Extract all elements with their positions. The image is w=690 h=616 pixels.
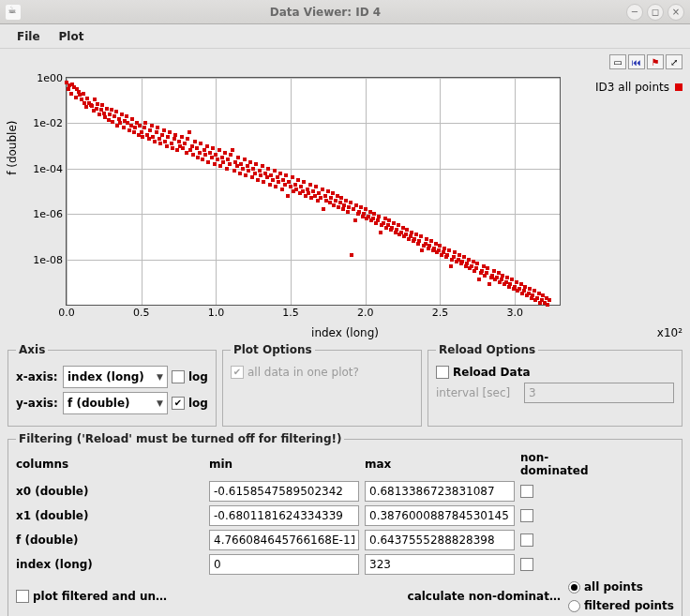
all-data-checkbox <box>231 366 244 379</box>
filter-max-input[interactable] <box>365 505 515 526</box>
filtering-fieldset: Filtering ('Reload' must be turned off f… <box>8 432 682 616</box>
menubar: File Plot <box>0 24 690 49</box>
x-tick-label: 0.0 <box>58 305 75 319</box>
chevron-down-icon: ▼ <box>157 372 163 382</box>
filter-min-input[interactable] <box>209 554 359 575</box>
chart-y-axis-label: f (double) <box>6 121 19 175</box>
filtering-legend: Filtering ('Reload' must be turned off f… <box>16 432 344 445</box>
reload-data-checkbox[interactable] <box>436 366 449 379</box>
window-titlebar: Data Viewer: ID 4 − ◻ × <box>0 0 690 24</box>
y-tick-label: 1e00 <box>37 72 67 84</box>
x-tick-label: 0.5 <box>133 305 150 319</box>
interval-input <box>524 383 674 403</box>
radio-all-points[interactable] <box>568 581 580 593</box>
menu-file[interactable]: File <box>8 26 50 47</box>
x-log-label: log <box>188 370 208 383</box>
chart-x-axis-label: index (long) <box>311 326 379 339</box>
window-title: Data Viewer: ID 4 <box>28 6 622 19</box>
y-tick-label: 1e-06 <box>33 208 67 220</box>
x-log-checkbox[interactable] <box>172 370 185 383</box>
filter-min-input[interactable] <box>209 505 359 526</box>
filter-grid: columns min max non-dominated x0 (double… <box>16 451 674 575</box>
y-axis-label: y-axis: <box>16 397 59 410</box>
filter-nondom-checkbox[interactable] <box>520 485 533 498</box>
filter-column-name: index (long) <box>16 558 203 571</box>
x-tick-label: 2.0 <box>357 305 374 319</box>
radio-filtered-points-label: filtered points <box>584 599 674 612</box>
axis-legend: Axis <box>16 343 48 356</box>
filter-header-max: max <box>365 458 515 471</box>
y-tick-label: 1e-08 <box>33 253 67 265</box>
filter-nondom-checkbox[interactable] <box>520 509 533 522</box>
reload-options-legend: Reload Options <box>436 343 538 356</box>
filter-max-input[interactable] <box>365 481 515 502</box>
x-axis-select-value: index (long) <box>68 370 144 383</box>
radio-all-points-label: all points <box>584 580 643 593</box>
plot-filtered-checkbox[interactable] <box>16 590 29 603</box>
window-close-button[interactable]: × <box>668 4 684 21</box>
filter-min-input[interactable] <box>209 530 359 550</box>
filter-column-name: x0 (double) <box>16 485 203 498</box>
chart-legend: ID3 all points <box>595 81 682 94</box>
x-tick-label: 2.5 <box>432 305 449 319</box>
interval-label: interval [sec] <box>436 386 520 399</box>
filter-column-name: f (double) <box>16 533 203 547</box>
plot-options-fieldset: Plot Options all data in one plot? <box>222 343 422 427</box>
y-axis-select-value: f (double) <box>68 397 130 410</box>
x-tick-label: 1.0 <box>208 305 225 319</box>
chevron-down-icon: ▼ <box>157 398 163 408</box>
filter-column-name: x1 (double) <box>16 509 203 522</box>
x-tick-label: 1.5 <box>282 305 299 319</box>
filter-header-columns: columns <box>16 458 203 471</box>
y-axis-select[interactable]: f (double) ▼ <box>63 392 168 414</box>
chart-x-multiplier: x10² <box>657 326 682 339</box>
expand-icon[interactable]: ⤢ <box>666 54 682 69</box>
all-data-label: all data in one plot? <box>248 366 359 379</box>
reload-options-fieldset: Reload Options Reload Data interval [sec… <box>428 343 682 427</box>
filter-nondom-checkbox[interactable] <box>520 533 533 547</box>
y-log-checkbox[interactable] <box>172 397 185 410</box>
filter-header-min: min <box>209 458 359 471</box>
legend-entry-label: ID3 all points <box>595 81 669 94</box>
plot-filtered-label: plot filtered and un… <box>33 590 167 603</box>
reload-data-label: Reload Data <box>453 366 531 379</box>
axis-fieldset: Axis x-axis: index (long) ▼ log y-axis: … <box>8 343 217 427</box>
filter-header-nondom: non-dominated <box>520 451 595 477</box>
rewind-icon[interactable]: ⏮ <box>628 54 645 69</box>
y-log-label: log <box>188 397 208 410</box>
radio-filtered-points[interactable] <box>568 600 580 612</box>
save-icon[interactable]: ▭ <box>609 54 626 69</box>
x-axis-select[interactable]: index (long) ▼ <box>63 366 168 388</box>
filter-min-input[interactable] <box>209 481 359 502</box>
java-icon <box>6 5 21 20</box>
window-maximize-button[interactable]: ◻ <box>647 4 664 21</box>
window-minimize-button[interactable]: − <box>626 4 643 21</box>
chart-plot-area[interactable]: 0.00.51.01.52.02.53.01e001e-021e-041e-06… <box>66 77 561 306</box>
legend-swatch-icon <box>675 83 682 91</box>
x-tick-label: 3.0 <box>506 305 523 319</box>
pin-icon[interactable]: ⚑ <box>647 54 664 69</box>
plot-options-legend: Plot Options <box>231 343 315 356</box>
calc-nondom-label: calculate non-dominat… <box>408 590 561 603</box>
chart-toolbar: ▭ ⏮ ⚑ ⤢ <box>8 54 682 69</box>
y-tick-label: 1e-04 <box>33 162 67 174</box>
filter-max-input[interactable] <box>365 530 515 550</box>
menu-plot[interactable]: Plot <box>50 26 94 47</box>
x-axis-label: x-axis: <box>16 370 59 383</box>
scatter-chart[interactable]: f (double) 0.00.51.01.52.02.53.01e001e-0… <box>8 71 682 334</box>
filter-nondom-checkbox[interactable] <box>520 558 533 571</box>
filter-max-input[interactable] <box>365 554 515 575</box>
y-tick-label: 1e-02 <box>33 117 67 129</box>
